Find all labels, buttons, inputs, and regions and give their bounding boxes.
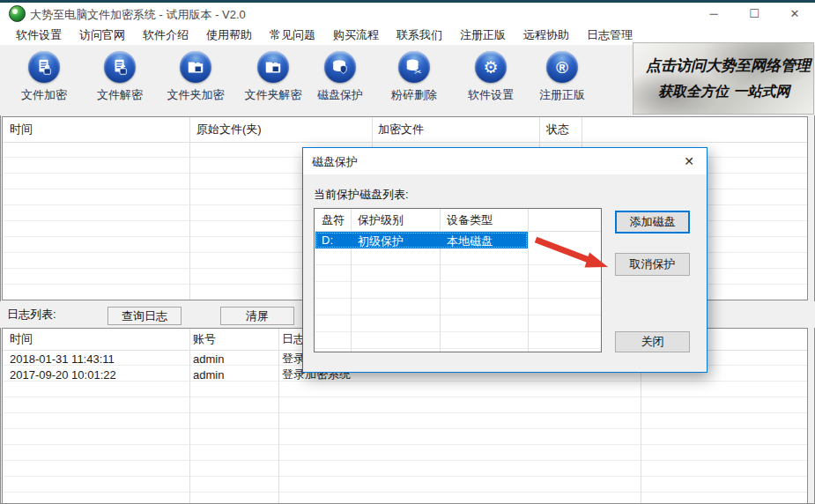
menu-register[interactable]: 注册正版 bbox=[451, 27, 515, 43]
log-row-time: 2017-09-20 10:01:22 bbox=[10, 367, 116, 382]
titlebar[interactable]: 大势至电脑文件加密系统 - 试用版本 - V2.0 ─ ☐ ✕ bbox=[0, 3, 815, 25]
toolbar-label: 磁盘保护 bbox=[301, 87, 379, 103]
disk-cell-drive: D: bbox=[322, 233, 333, 247]
add-disk-button[interactable]: 添加磁盘 bbox=[615, 211, 690, 233]
dialog-close-icon[interactable]: ✕ bbox=[671, 148, 707, 174]
app-window: 大势至电脑文件加密系统 - 试用版本 - V2.0 ─ ☐ ✕ 软件设置 访问官… bbox=[0, 0, 815, 504]
log-grid bbox=[3, 350, 807, 503]
query-log-button[interactable]: 查询日志 bbox=[107, 307, 182, 325]
promo-banner[interactable]: 点击访问大势至网络管理 获取全方位 一站式网 bbox=[633, 42, 814, 115]
disk-protection-dialog: 磁盘保护 ✕ 当前保护磁盘列表: 盘符 保护级别 设备类型 D: 初级保护 本地… bbox=[302, 147, 708, 373]
menu-faq[interactable]: 常见问题 bbox=[261, 27, 324, 43]
disk-col-drive[interactable]: 盘符 bbox=[322, 212, 345, 228]
disk-col-type[interactable]: 设备类型 bbox=[447, 212, 493, 228]
log-header-account[interactable]: 账号 bbox=[193, 329, 216, 350]
minimize-button[interactable]: ─ bbox=[693, 3, 734, 25]
toolbar-label: 文件解密 bbox=[81, 87, 159, 103]
toolbar-folder-decrypt[interactable]: 文件夹解密 bbox=[234, 51, 312, 103]
menu-remote-assist[interactable]: 远程协助 bbox=[515, 27, 578, 43]
svg-text:✂: ✂ bbox=[414, 67, 421, 77]
menu-contact[interactable]: 联系我们 bbox=[388, 27, 451, 43]
toolbar-label: 粉碎删除 bbox=[375, 87, 453, 103]
registered-icon: ® bbox=[546, 51, 578, 83]
toolbar-shred-delete[interactable]: ✂ 粉碎删除 bbox=[375, 51, 453, 103]
menu-software-intro[interactable]: 软件介绍 bbox=[134, 27, 197, 43]
disk-list-grid bbox=[315, 248, 601, 352]
toolbar-disk-protect[interactable]: 磁盘保护 bbox=[301, 51, 379, 103]
folder-unlock-icon bbox=[257, 51, 289, 83]
disk-cell-level: 初级保护 bbox=[358, 233, 404, 249]
menu-log-management[interactable]: 日志管理 bbox=[578, 27, 641, 43]
gear-glyph: ⚙ bbox=[483, 59, 498, 76]
column-header-status[interactable]: 状态 bbox=[546, 117, 569, 142]
toolbar-label: 软件设置 bbox=[452, 87, 530, 103]
column-header-original[interactable]: 原始文件(夹) bbox=[196, 117, 262, 142]
menu-visit-website[interactable]: 访问官网 bbox=[70, 27, 134, 43]
column-header-time[interactable]: 时间 bbox=[10, 117, 33, 142]
maximize-button[interactable]: ☐ bbox=[734, 3, 774, 25]
toolbar-label: 注册正版 bbox=[523, 87, 601, 103]
log-list-label: 日志列表: bbox=[7, 307, 56, 322]
column-header-encrypted[interactable]: 加密文件 bbox=[378, 117, 424, 142]
toolbar-label: 文件夹加密 bbox=[157, 87, 234, 103]
toolbar-label: 文件夹解密 bbox=[234, 87, 312, 103]
dialog-titlebar[interactable]: 磁盘保护 ✕ bbox=[303, 148, 707, 174]
log-row-account: admin bbox=[193, 367, 224, 382]
disk-row-selected[interactable]: D: 初级保护 本地磁盘 bbox=[315, 232, 528, 248]
protected-disk-list[interactable]: 盘符 保护级别 设备类型 D: 初级保护 本地磁盘 bbox=[314, 208, 602, 352]
disk-shield-icon bbox=[324, 51, 356, 83]
menu-software-settings[interactable]: 软件设置 bbox=[7, 27, 70, 43]
disk-col-level[interactable]: 保护级别 bbox=[358, 212, 404, 228]
window-title: 大势至电脑文件加密系统 - 试用版本 - V2.0 bbox=[30, 7, 246, 23]
cancel-protection-button[interactable]: 取消保护 bbox=[615, 253, 690, 276]
banner-text-line1: 点击访问大势至网络管理 bbox=[646, 56, 813, 76]
file-lock-icon bbox=[28, 51, 60, 83]
disk-list-header: 盘符 保护级别 设备类型 bbox=[315, 209, 601, 232]
protected-disk-list-label: 当前保护磁盘列表: bbox=[314, 187, 409, 203]
registered-glyph: ® bbox=[556, 59, 568, 76]
file-unlock-icon bbox=[104, 51, 136, 83]
toolbar-file-encrypt[interactable]: 文件加密 bbox=[5, 51, 83, 103]
toolbar-label: 文件加密 bbox=[5, 87, 83, 103]
banner-text-line2: 获取全方位 一站式网 bbox=[658, 83, 813, 101]
toolbar-settings[interactable]: ⚙ 软件设置 bbox=[452, 51, 530, 103]
toolbar-register[interactable]: ® 注册正版 bbox=[523, 51, 601, 103]
app-logo-icon bbox=[9, 5, 26, 22]
toolbar-file-decrypt[interactable]: 文件解密 bbox=[81, 51, 159, 103]
menu-help[interactable]: 使用帮助 bbox=[197, 27, 261, 43]
gear-icon: ⚙ bbox=[475, 51, 507, 83]
close-button[interactable]: ✕ bbox=[774, 3, 815, 25]
dialog-title: 磁盘保护 bbox=[312, 154, 358, 170]
toolbar-folder-encrypt[interactable]: 文件夹加密 bbox=[157, 51, 234, 103]
disk-cell-type: 本地磁盘 bbox=[447, 233, 493, 249]
log-header-time[interactable]: 时间 bbox=[10, 329, 33, 350]
log-row-account: admin bbox=[193, 351, 224, 367]
menu-purchase[interactable]: 购买流程 bbox=[324, 27, 388, 43]
disk-shred-icon: ✂ bbox=[398, 51, 430, 83]
log-row-time: 2018-01-31 11:43:11 bbox=[10, 351, 115, 367]
clear-screen-button[interactable]: 清屏 bbox=[220, 307, 294, 325]
folder-lock-icon bbox=[180, 51, 211, 83]
dialog-close-button[interactable]: 关闭 bbox=[615, 331, 690, 352]
